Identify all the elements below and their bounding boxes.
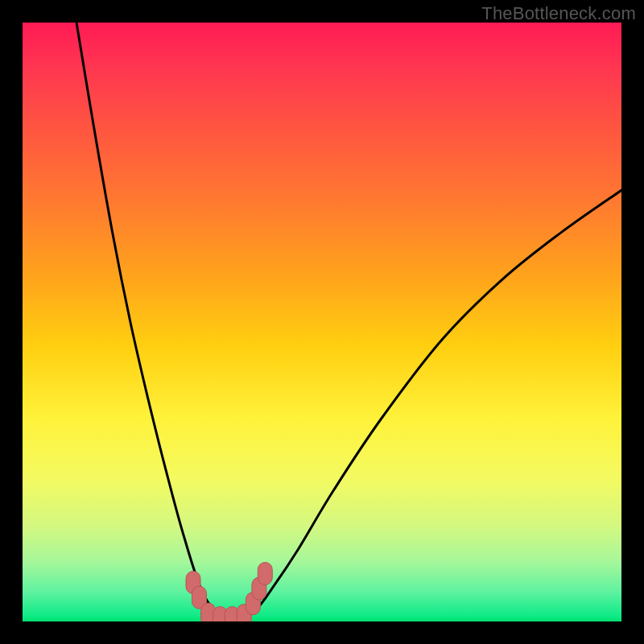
curve-layer xyxy=(23,23,621,621)
plot-area xyxy=(23,23,621,621)
bottleneck-curve xyxy=(76,23,621,621)
watermark-text: TheBottleneck.com xyxy=(481,3,636,24)
trough-marker xyxy=(258,563,272,585)
trough-markers xyxy=(186,563,272,622)
chart-frame: TheBottleneck.com xyxy=(0,0,644,644)
